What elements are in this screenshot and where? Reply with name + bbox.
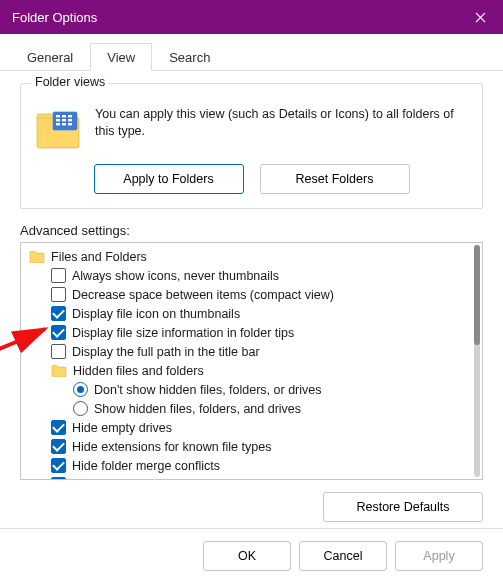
svg-rect-5 (56, 119, 60, 121)
restore-defaults-row: Restore Defaults (20, 492, 483, 522)
folder-views-label: Folder views (31, 75, 109, 89)
svg-rect-9 (62, 123, 66, 125)
checkbox-checked-icon (51, 477, 66, 480)
reset-folders-button[interactable]: Reset Folders (260, 164, 410, 194)
close-button[interactable] (457, 0, 503, 34)
setting-label: Display file size information in folder … (72, 326, 294, 340)
svg-rect-3 (62, 115, 66, 117)
folder-icon (51, 364, 67, 377)
dialog-body: Folder views You can apply this view (su… (0, 71, 503, 528)
svg-rect-7 (68, 119, 72, 121)
files-and-folders-node: Files and Folders (23, 247, 480, 266)
checkbox-icon (51, 344, 66, 359)
setting-hide-folder-merge[interactable]: Hide folder merge conflicts (23, 456, 480, 475)
setting-hide-empty-drives[interactable]: Hide empty drives (23, 418, 480, 437)
svg-rect-4 (68, 115, 72, 117)
checkbox-checked-icon (51, 325, 66, 340)
svg-rect-8 (56, 123, 60, 125)
setting-label: Hide extensions for known file types (72, 440, 271, 454)
folder-views-buttons: Apply to Folders Reset Folders (33, 164, 470, 194)
apply-button[interactable]: Apply (395, 541, 483, 571)
tree-scrollbar[interactable] (474, 245, 480, 477)
setting-label: Hide folder merge conflicts (72, 459, 220, 473)
checkbox-checked-icon (51, 458, 66, 473)
titlebar: Folder Options (0, 0, 503, 34)
hidden-files-node: Hidden files and folders (23, 361, 480, 380)
advanced-settings-tree[interactable]: Files and Folders Always show icons, nev… (20, 242, 483, 480)
folder-options-dialog: Folder Options General View Search Folde… (0, 0, 503, 578)
folder-icon (29, 250, 45, 263)
cancel-button[interactable]: Cancel (299, 541, 387, 571)
setting-label: Show hidden files, folders, and drives (94, 402, 301, 416)
radio-selected-icon (73, 382, 88, 397)
setting-decrease-space[interactable]: Decrease space between items (compact vi… (23, 285, 480, 304)
setting-label: Hide empty drives (72, 421, 172, 435)
setting-display-file-icon[interactable]: Display file icon on thumbnails (23, 304, 480, 323)
setting-always-show-icons[interactable]: Always show icons, never thumbnails (23, 266, 480, 285)
hidden-files-label: Hidden files and folders (73, 364, 204, 378)
tab-search[interactable]: Search (152, 43, 227, 71)
scrollbar-thumb[interactable] (474, 245, 480, 345)
restore-defaults-button[interactable]: Restore Defaults (323, 492, 483, 522)
svg-rect-10 (68, 123, 72, 125)
checkbox-icon (51, 268, 66, 283)
setting-label: Don't show hidden files, folders, or dri… (94, 383, 322, 397)
folder-details-icon (33, 106, 83, 150)
files-and-folders-label: Files and Folders (51, 250, 147, 264)
svg-rect-2 (56, 115, 60, 117)
checkbox-checked-icon (51, 306, 66, 321)
advanced-settings-label: Advanced settings: (20, 223, 483, 238)
window-title: Folder Options (12, 10, 97, 25)
setting-label: Decrease space between items (compact vi… (72, 288, 334, 302)
setting-hide-extensions[interactable]: Hide extensions for known file types (23, 437, 480, 456)
setting-label: Hide protected operating system files (R… (72, 478, 374, 481)
apply-to-folders-button[interactable]: Apply to Folders (94, 164, 244, 194)
tab-view[interactable]: View (90, 43, 152, 71)
radio-dont-show-hidden[interactable]: Don't show hidden files, folders, or dri… (23, 380, 480, 399)
checkbox-checked-icon (51, 420, 66, 435)
setting-label: Display the full path in the title bar (72, 345, 260, 359)
folder-views-group: Folder views You can apply this view (su… (20, 83, 483, 209)
tab-general[interactable]: General (10, 43, 90, 71)
radio-show-hidden[interactable]: Show hidden files, folders, and drives (23, 399, 480, 418)
setting-label: Display file icon on thumbnails (72, 307, 240, 321)
setting-display-file-size[interactable]: Display file size information in folder … (23, 323, 480, 342)
checkbox-checked-icon (51, 439, 66, 454)
svg-rect-6 (62, 119, 66, 121)
folder-views-text: You can apply this view (such as Details… (95, 106, 470, 150)
radio-icon (73, 401, 88, 416)
setting-label: Always show icons, never thumbnails (72, 269, 279, 283)
setting-full-path-title-bar[interactable]: Display the full path in the title bar (23, 342, 480, 361)
dialog-footer: OK Cancel Apply (0, 528, 503, 578)
setting-hide-protected-os-files[interactable]: Hide protected operating system files (R… (23, 475, 480, 480)
tab-strip: General View Search (0, 42, 503, 71)
close-icon (475, 12, 486, 23)
checkbox-icon (51, 287, 66, 302)
ok-button[interactable]: OK (203, 541, 291, 571)
folder-views-row: You can apply this view (such as Details… (33, 106, 470, 150)
